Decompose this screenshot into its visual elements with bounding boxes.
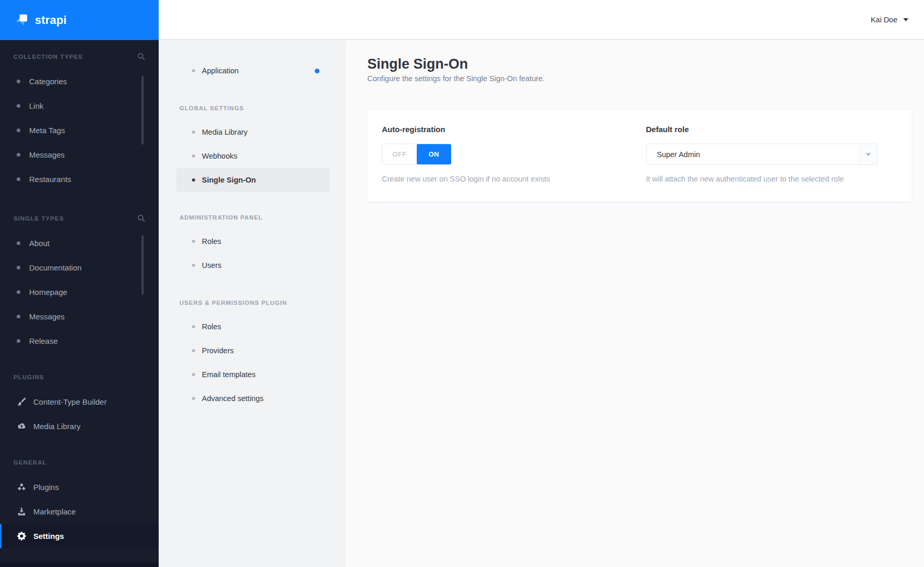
submenu-item-users[interactable]: Users [159,253,346,277]
sidebar-item-plugins[interactable]: Plugins [0,475,159,499]
sidebar-item-documentation[interactable]: Documentation [0,255,159,280]
page-subtitle: Configure the settings for the Single Si… [367,74,924,83]
collection-types-scrollbar[interactable] [142,75,144,145]
submenu-item-label: Application [202,67,239,75]
submenu-item-roles-admin[interactable]: Roles [159,229,346,253]
sidebar-item-settings[interactable]: Settings [0,524,159,548]
submenu-item-webhooks[interactable]: Webhooks [159,144,346,168]
sidebar-item-label: About [29,239,49,248]
gear-icon [17,532,26,541]
user-name: Kai Doe [870,16,897,24]
sidebar-item-label: Release [29,337,58,345]
default-role-field: Default role Super Admin It will attach … [646,125,897,183]
strapi-logo[interactable]: strapi [0,0,159,40]
section-single-types: SINGLE TYPES About Documentation Homepag… [0,210,159,353]
sidebar-footer [0,563,159,567]
sidebar-item-label: Meta Tags [29,126,65,135]
sidebar-item-messages[interactable]: Messages [0,143,159,167]
single-types-scrollbar[interactable] [142,235,144,295]
submenu-item-label: Media Library [202,128,248,136]
submenu-item-roles-up[interactable]: Roles [159,315,346,339]
sidebar-item-link[interactable]: Link [0,94,159,118]
sidebar-item-label: Categories [29,77,67,86]
sidebar-item-label: Link [29,101,44,110]
submenu-section-users-permissions: USERS & PERMISSIONS PLUGIN Roles Provide… [159,291,346,410]
strapi-admin-app: Kai Doe strapi COLLECTION TYPES [0,0,924,567]
submenu-section-header: ADMINISTRATION PANEL [159,205,346,229]
sidebar-item-media-library[interactable]: Media Library [0,414,159,439]
settings-submenu: Application GLOBAL SETTINGS Media Librar… [159,40,346,567]
sidebar-item-label: Content-Type Builder [33,397,107,406]
default-role-label: Default role [646,125,897,134]
user-menu[interactable]: Kai Doe [870,0,908,39]
toggle-on-button[interactable]: ON [417,144,451,164]
submenu-item-label: Roles [202,237,221,246]
bullet-icon [17,80,20,83]
page-header: Single Sign-On Configure the settings fo… [346,40,924,83]
bullet-icon [192,178,195,182]
submenu-item-advanced-settings[interactable]: Advanced settings [159,386,346,410]
sidebar-item-release[interactable]: Release [0,329,159,353]
submenu-item-label: Single Sign-On [202,176,256,184]
paintbrush-icon [17,397,26,407]
submenu-item-email-templates[interactable]: Email templates [159,363,346,386]
toggle-off-button[interactable]: OFF [382,144,417,164]
search-icon[interactable] [137,53,145,61]
bullet-icon [17,266,20,269]
cubes-icon [17,483,26,492]
sidebar-item-categories[interactable]: Categories [0,69,159,94]
section-header: SINGLE TYPES [0,210,159,227]
sidebar-item-label: Settings [33,532,64,540]
section-header: COLLECTION TYPES [0,48,159,65]
section-header: PLUGINS [0,369,159,385]
sidebar-item-meta-tags[interactable]: Meta Tags [0,118,159,143]
sidebar-item-content-type-builder[interactable]: Content-Type Builder [0,390,159,414]
search-icon[interactable] [137,214,145,223]
submenu-item-media-library[interactable]: Media Library [159,120,346,144]
bullet-icon [192,131,195,134]
sidebar-item-about[interactable]: About [0,231,159,255]
auto-registration-toggle[interactable]: OFF ON [382,144,452,165]
bullet-icon [192,264,195,267]
bullet-icon [17,290,20,294]
bullet-icon [192,325,195,328]
submenu-item-application[interactable]: Application [159,59,346,83]
section-label: GENERAL [14,459,47,466]
submenu-item-providers[interactable]: Providers [159,339,346,363]
submenu-section-header: GLOBAL SETTINGS [159,96,346,120]
submenu-item-single-sign-on[interactable]: Single Sign-On [176,168,329,192]
sidebar-item-restaurants[interactable]: Restaurants [0,167,159,191]
auto-registration-label: Auto-registration [382,125,633,134]
sidebar-item-label: Restaurants [29,175,71,184]
submenu-item-label: Email templates [202,370,255,379]
section-collection-types: COLLECTION TYPES Categories Link Meta Ta… [0,48,159,191]
bullet-icon [192,240,195,243]
bullet-icon [17,315,20,318]
sidebar-item-marketplace[interactable]: Marketplace [0,499,159,524]
section-general: GENERAL Plugins Marketplace [0,454,159,548]
sidebar-item-homepage[interactable]: Homepage [0,280,159,304]
submenu-item-label: Roles [202,323,221,331]
bullet-icon [192,154,195,158]
sidebar-item-messages-single[interactable]: Messages [0,304,159,329]
bullet-icon [192,397,195,400]
section-label: COLLECTION TYPES [14,54,83,60]
auto-registration-helper: Create new user on SSO login if no accou… [382,175,633,183]
section-label: SINGLE TYPES [14,215,64,222]
bullet-icon [17,104,20,108]
bullet-icon [17,153,20,157]
submenu-item-label: Providers [202,346,234,355]
bullet-icon [192,373,195,376]
default-role-helper: It will attach the new authenticated use… [646,175,897,183]
sidebar-item-label: Media Library [33,422,81,431]
select-value: Super Admin [657,150,700,159]
bullet-icon [17,177,20,181]
submenu-item-label: Advanced settings [202,394,264,403]
download-icon [17,507,26,517]
sidebar-item-label: Plugins [33,483,59,492]
default-role-select[interactable]: Super Admin [646,144,878,165]
topbar: Kai Doe [159,0,924,40]
section-plugins: PLUGINS Content-Type Builder Media Libra… [0,369,159,439]
sidebar-item-label: Messages [29,150,65,159]
section-label: PLUGINS [14,374,44,380]
